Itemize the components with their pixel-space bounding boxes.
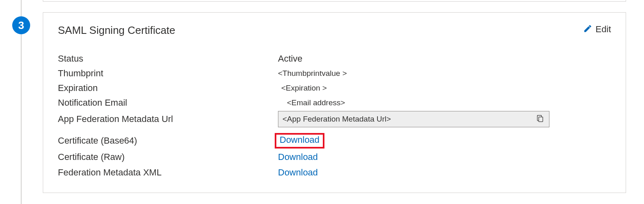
notification-email-value: <Email address>	[278, 98, 345, 107]
cert-raw-download-link[interactable]: Download	[278, 152, 318, 162]
svg-rect-0	[539, 117, 543, 122]
expiration-label: Expiration	[58, 83, 278, 93]
copy-icon	[536, 114, 544, 124]
fed-xml-row: Federation Metadata XML Download	[58, 165, 611, 180]
saml-signing-certificate-card: SAML Signing Certificate Edit Status Act…	[43, 12, 626, 193]
step-connector-bottom	[21, 34, 22, 204]
status-label: Status	[58, 53, 278, 64]
thumbprint-value: <Thumbprintvalue >	[278, 69, 347, 78]
notification-email-row: Notification Email <Email address>	[58, 95, 611, 110]
edit-label: Edit	[595, 24, 611, 35]
thumbprint-label: Thumbprint	[58, 68, 278, 79]
metadata-url-label: App Federation Metadata Url	[58, 114, 278, 124]
cert-raw-row: Certificate (Raw) Download	[58, 149, 611, 165]
step-number-badge: 3	[12, 16, 30, 34]
notification-email-label: Notification Email	[58, 98, 278, 108]
expiration-value: <Expiration >	[278, 84, 327, 93]
step-connector-top	[21, 0, 22, 16]
prev-card-bottom-edge	[43, 0, 626, 2]
fed-xml-label: Federation Metadata XML	[58, 167, 278, 178]
thumbprint-row: Thumbprint <Thumbprintvalue >	[58, 66, 611, 81]
copy-button[interactable]	[535, 114, 545, 124]
metadata-url-row: App Federation Metadata Url <App Federat…	[58, 110, 611, 128]
fed-xml-download-link[interactable]: Download	[278, 167, 318, 178]
cert-base64-download-highlight: Download	[275, 133, 324, 149]
cert-base64-download-link[interactable]: Download	[280, 135, 320, 145]
status-row: Status Active	[58, 51, 611, 66]
status-value: Active	[278, 53, 302, 64]
expiration-row: Expiration <Expiration >	[58, 81, 611, 95]
edit-button[interactable]: Edit	[583, 24, 611, 35]
cert-base64-row: Certificate (Base64) Download	[58, 132, 611, 149]
pencil-icon	[583, 24, 592, 35]
metadata-url-value: <App Federation Metadata Url>	[282, 115, 535, 124]
metadata-url-field[interactable]: <App Federation Metadata Url>	[278, 111, 549, 127]
step-number-text: 3	[18, 19, 24, 32]
field-grid: Status Active Thumbprint <Thumbprintvalu…	[58, 51, 611, 180]
cert-base64-label: Certificate (Base64)	[58, 135, 278, 146]
cert-raw-label: Certificate (Raw)	[58, 152, 278, 162]
card-header: SAML Signing Certificate Edit	[58, 24, 611, 37]
card-title: SAML Signing Certificate	[58, 24, 175, 37]
